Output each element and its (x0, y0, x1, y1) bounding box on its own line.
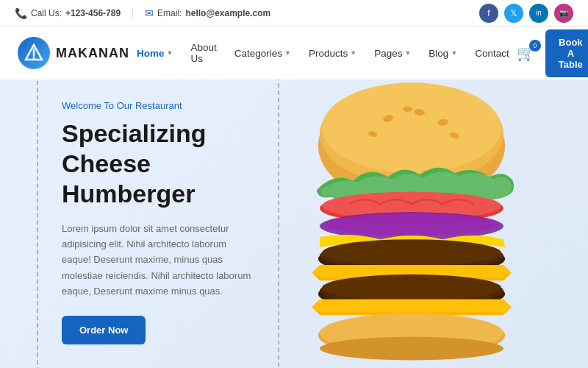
call-label: Call Us: (31, 8, 62, 18)
nav-blog[interactable]: Blog ▼ (421, 42, 465, 65)
instagram-icon[interactable]: 📷 (554, 4, 573, 23)
top-bar-left: 📞 Call Us: +123-456-789 ✉ Email: hello@e… (15, 7, 270, 19)
svg-point-24 (320, 337, 503, 361)
hero-box: Welcome To Our Restaurant Specializing C… (37, 79, 279, 368)
chevron-down-icon: ▼ (284, 49, 291, 57)
hero-section: Welcome To Our Restaurant Specializing C… (0, 79, 588, 368)
burger-illustration (279, 79, 544, 368)
facebook-icon[interactable]: f (479, 4, 498, 23)
nav-about-label: About Us (190, 42, 216, 64)
svg-point-5 (322, 82, 501, 173)
nav-categories-label: Categories (234, 48, 282, 59)
svg-point-2 (33, 57, 35, 60)
svg-point-15 (324, 213, 498, 236)
header-right: 🛒 0 Book A Table (517, 29, 588, 77)
nav-products[interactable]: Products ▼ (301, 42, 364, 65)
cart-button[interactable]: 🛒 0 (517, 44, 535, 62)
email-icon: ✉ (145, 7, 154, 19)
book-table-button[interactable]: Book A Table (545, 29, 588, 77)
svg-point-21 (322, 275, 501, 301)
hero-image (279, 79, 544, 368)
email-info: ✉ Email: hello@example.com (145, 7, 270, 19)
nav-pages[interactable]: Pages ▼ (367, 42, 418, 65)
nav-contact-label: Contact (475, 48, 509, 59)
top-bar: 📞 Call Us: +123-456-789 ✉ Email: hello@e… (0, 0, 588, 26)
social-icons: f 𝕏 in 📷 (479, 4, 573, 23)
main-nav: Home ▼ About Us Categories ▼ Products ▼ … (129, 36, 517, 70)
nav-about[interactable]: About Us (183, 36, 223, 70)
nav-pages-label: Pages (374, 48, 402, 59)
call-info: 📞 Call Us: +123-456-789 (15, 7, 121, 19)
chevron-down-icon: ▼ (167, 49, 173, 57)
hero-title: Specializing Cheese Humberger (62, 118, 254, 208)
phone-icon: 📞 (15, 7, 27, 19)
cart-badge: 0 (529, 40, 541, 52)
nav-home-label: Home (137, 48, 165, 59)
logo-text: MAKANAN (56, 46, 129, 61)
header: MAKANAN Home ▼ About Us Categories ▼ Pro… (0, 26, 588, 79)
divider (132, 7, 133, 19)
email-address: hello@example.com (185, 8, 270, 18)
chevron-down-icon: ▼ (350, 49, 356, 57)
nav-home[interactable]: Home ▼ (129, 42, 180, 65)
phone-number: +123-456-789 (65, 8, 121, 18)
nav-products-label: Products (309, 48, 348, 59)
twitter-icon[interactable]: 𝕏 (504, 4, 523, 23)
svg-point-18 (322, 239, 501, 266)
email-label: Email: (157, 8, 182, 18)
nav-categories[interactable]: Categories ▼ (227, 42, 298, 65)
hero-description: Lorem ipsum dolor sit amet consectetur a… (62, 221, 254, 300)
welcome-text: Welcome To Our Restaurant (62, 100, 254, 111)
chevron-down-icon: ▼ (404, 49, 411, 57)
logo-icon (18, 37, 50, 69)
hero-content: Welcome To Our Restaurant Specializing C… (37, 79, 279, 368)
order-now-button[interactable]: Order Now (62, 316, 146, 344)
nav-blog-label: Blog (429, 48, 448, 59)
logo: MAKANAN (18, 37, 129, 69)
linkedin-icon[interactable]: in (529, 4, 548, 23)
chevron-down-icon: ▼ (451, 49, 457, 57)
nav-contact[interactable]: Contact (467, 42, 517, 65)
